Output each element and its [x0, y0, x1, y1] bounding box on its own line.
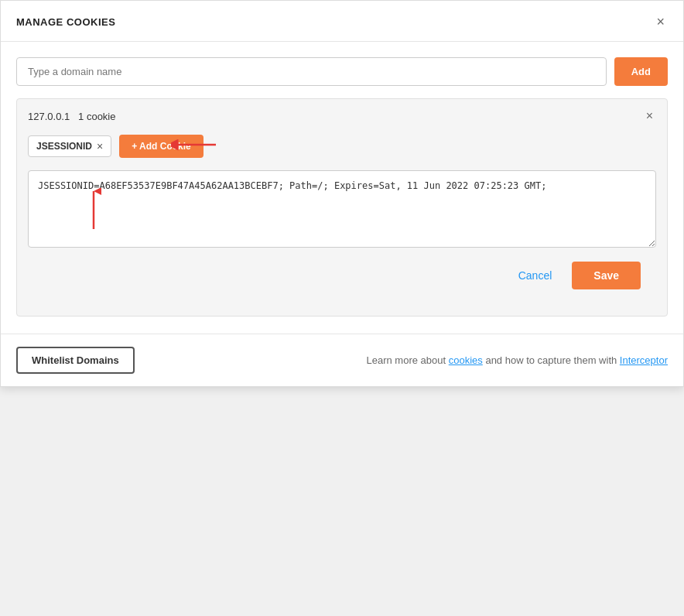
add-cookie-button[interactable]: + Add Cookie	[119, 135, 203, 158]
domain-label: 127.0.0.1 1 cookie	[28, 111, 115, 122]
dialog-close-button[interactable]: ×	[653, 13, 668, 30]
domain-section: 127.0.0.1 1 cookie × JSESSIONID × + Add …	[16, 98, 668, 317]
dialog-footer: Cancel Save	[28, 251, 656, 303]
cancel-button[interactable]: Cancel	[508, 263, 563, 288]
domain-name: 127.0.0.1	[28, 111, 70, 122]
domain-section-header: 127.0.0.1 1 cookie ×	[28, 108, 656, 124]
bottom-bar: Whitelist Domains Learn more about cooki…	[1, 334, 683, 386]
manage-cookies-dialog: MANAGE COOKIES × Add 127.0.0.1 1 cookie …	[0, 0, 684, 387]
dialog-body: Add 127.0.0.1 1 cookie × JSESSIONID × + …	[1, 42, 683, 332]
cookie-tag: JSESSIONID ×	[28, 135, 111, 157]
cookie-count: 1 cookie	[78, 111, 115, 122]
bottom-info-text: Learn more about	[366, 354, 448, 366]
dialog-header: MANAGE COOKIES ×	[1, 1, 683, 42]
cookie-value-wrapper: JSESSIONID=A68EF53537E9BF47A45A62AA13BCE…	[28, 170, 656, 251]
cookie-value-textarea[interactable]: JSESSIONID=A68EF53537E9BF47A45A62AA13BCE…	[28, 170, 656, 248]
bottom-and-text: and how to capture them with	[483, 354, 620, 366]
domain-close-button[interactable]: ×	[643, 108, 656, 124]
bottom-info: Learn more about cookies and how to capt…	[366, 354, 668, 366]
domain-input-row: Add	[16, 57, 668, 86]
add-domain-button[interactable]: Add	[614, 57, 668, 86]
cookie-tags-row: JSESSIONID × + Add Cookie	[28, 135, 656, 158]
whitelist-domains-button[interactable]: Whitelist Domains	[16, 347, 135, 374]
cookie-tag-name: JSESSIONID	[36, 141, 92, 152]
save-button[interactable]: Save	[572, 262, 641, 289]
dialog-title: MANAGE COOKIES	[16, 16, 115, 28]
domain-input[interactable]	[16, 57, 607, 86]
cookies-link[interactable]: cookies	[449, 354, 483, 366]
interceptor-link[interactable]: Interceptor	[620, 354, 668, 366]
cookie-tag-remove-button[interactable]: ×	[97, 141, 103, 152]
